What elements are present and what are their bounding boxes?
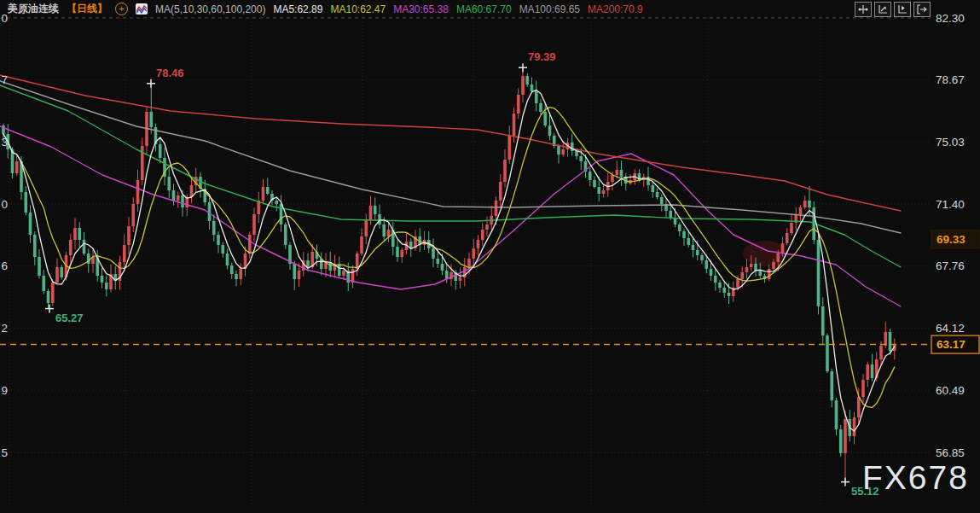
- candlestick-chart: 78.4679.3965.2755.1282.3078.6775.0371.40…: [0, 0, 980, 513]
- ma200-value: MA200:70.9: [588, 3, 643, 15]
- chart-header: 美原油连续 【日线】 + MA(5,10,30,60,100,200) MA5:…: [0, 0, 643, 18]
- ma-settings-label: MA(5,10,30,60,100,200): [155, 3, 265, 15]
- left-axis-digit: 9: [1, 384, 8, 397]
- left-axis-digit: 7: [1, 73, 8, 86]
- axis-tick-label: 56.85: [936, 446, 965, 459]
- time-scale-icon[interactable]: [894, 2, 911, 17]
- fx678-watermark: FX678: [862, 459, 969, 497]
- axis-tick-label: 75.03: [936, 136, 965, 149]
- last-price-value: 63.17: [937, 338, 966, 351]
- axis-tick-label: 67.76: [936, 259, 965, 272]
- ma100-value: MA100:69.65: [519, 3, 580, 15]
- ma100-line: [0, 81, 901, 233]
- grid-lines: [0, 18, 931, 505]
- marker-price-value: 69.33: [937, 233, 966, 246]
- mini-chart-icon[interactable]: [136, 3, 148, 15]
- ma200-line: [0, 75, 901, 211]
- left-axis-digit: 0: [1, 198, 8, 211]
- ma30-line: [0, 126, 901, 306]
- logo-blob-watermark: [743, 241, 787, 266]
- ma60-line: [0, 85, 901, 267]
- ma60-value: MA60:67.70: [456, 3, 512, 15]
- add-indicator-icon[interactable]: +: [115, 3, 128, 15]
- ma5-value: MA5:62.89: [273, 3, 322, 15]
- axis-tick-label: 60.49: [936, 384, 965, 397]
- extreme-price-label: 78.46: [156, 67, 184, 79]
- candles-layer: [2, 67, 896, 481]
- axis-tick-label: 71.40: [936, 198, 965, 211]
- crosshair-icon[interactable]: [855, 2, 872, 17]
- timeframe-label[interactable]: 【日线】: [67, 2, 107, 16]
- extreme-price-label: 65.27: [55, 312, 84, 324]
- price-chart-canvas[interactable]: 78.4679.3965.2755.1282.3078.6775.0371.40…: [0, 0, 980, 513]
- price-axis[interactable]: 82.3078.6775.0371.4067.7664.1260.4956.85…: [931, 12, 979, 459]
- axis-tick-label: 82.30: [936, 12, 965, 25]
- price-scale-icon[interactable]: [874, 2, 891, 17]
- left-axis-digit: 2: [1, 322, 8, 335]
- left-axis-digit: 6: [1, 259, 8, 272]
- axis-tick-label: 78.67: [936, 73, 965, 86]
- ma30-value: MA30:65.38: [393, 3, 449, 15]
- ma10-value: MA10:62.47: [330, 3, 386, 15]
- extreme-price-label: 79.39: [528, 50, 556, 63]
- left-axis-digit: 5: [1, 446, 8, 459]
- symbol-name[interactable]: 美原油连续: [8, 2, 59, 16]
- left-axis-partial-labels: 07306295: [1, 12, 8, 459]
- exit-fullscreen-icon[interactable]: [913, 2, 931, 17]
- left-axis-digit: 3: [1, 136, 8, 149]
- price-annotations: 78.4679.3965.2755.12: [45, 50, 879, 497]
- axis-tick-label: 64.12: [936, 322, 965, 335]
- chart-toolbar: [855, 2, 931, 17]
